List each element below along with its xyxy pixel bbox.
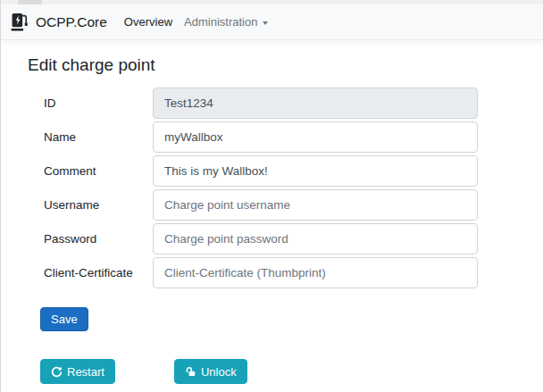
name-input[interactable] [153,121,478,153]
unlock-button-label: Unlock [201,366,237,378]
page-title: Edit charge point [28,54,543,77]
charging-station-icon [11,13,29,31]
caret-down-icon [263,21,268,25]
form-row-name: Name [44,121,543,153]
password-input[interactable] [153,223,478,254]
form-row-password: Password [44,223,543,254]
browser-edge-strip [1,0,543,4]
client-certificate-input[interactable] [153,257,478,288]
page: OCPP.Core Overview Administration Edit c… [0,0,543,392]
comment-label: Comment [44,164,153,178]
restart-button[interactable]: Restart [40,359,115,384]
nav-dropdown-label: Administration [184,15,257,29]
main-content: Edit charge point ID Name Comment Userna… [1,40,543,384]
save-button[interactable]: Save [40,307,88,331]
comment-input[interactable] [153,155,478,187]
form-row-comment: Comment [44,155,543,187]
charge-point-form: ID Name Comment Username Password Client… [28,88,543,384]
username-input[interactable] [153,189,478,221]
password-label: Password [44,232,153,246]
username-label: Username [44,198,153,212]
brand-link[interactable]: OCPP.Core [11,13,107,31]
form-row-id: ID [44,88,543,119]
nav-dropdown-administration[interactable]: Administration [184,15,268,29]
refresh-icon [51,366,63,378]
navbar: OCPP.Core Overview Administration [1,4,543,40]
unlock-button[interactable]: Unlock [174,359,247,384]
restart-button-label: Restart [67,366,104,378]
nav-item-overview[interactable]: Overview [124,15,172,29]
form-row-username: Username [44,189,543,221]
id-input [153,88,478,119]
name-label: Name [44,130,153,144]
form-row-client-certificate: Client-Certificate [44,257,543,288]
id-label: ID [44,96,153,110]
browser-edge-artifact [18,0,42,4]
command-button-row: Restart Unlock [40,359,543,384]
client-certificate-label: Client-Certificate [44,266,153,279]
unlock-open-icon [185,366,196,378]
brand-label: OCPP.Core [36,14,107,30]
